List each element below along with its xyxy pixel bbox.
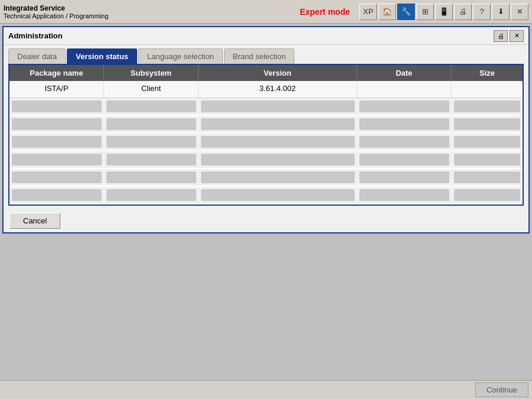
footer-bar: Continue	[0, 380, 532, 399]
col-size: Size	[452, 65, 523, 81]
col-date: Date	[357, 65, 452, 81]
main-window: Administration 🖨 ✕ Dealer data Version s…	[2, 26, 530, 233]
empty-cell	[12, 100, 102, 112]
title-bar: Integrated Service Technical Application…	[0, 0, 532, 24]
empty-cell	[359, 136, 449, 148]
toolbar-grid-btn[interactable]: ⊞	[416, 4, 434, 20]
empty-cell	[454, 118, 520, 130]
empty-cell	[106, 189, 196, 201]
col-version: Version	[199, 65, 357, 81]
window-titlebar: Administration 🖨 ✕	[4, 27, 528, 45]
expert-mode-label: Expert mode	[300, 7, 350, 17]
tab-language-selection[interactable]: Language selection	[138, 48, 223, 64]
empty-cell	[12, 154, 102, 166]
empty-cell	[106, 154, 196, 166]
toolbar-close-btn[interactable]: ✕	[511, 4, 528, 20]
empty-cell	[201, 136, 355, 148]
window-close-btn[interactable]: ✕	[510, 30, 524, 42]
empty-cell	[201, 189, 355, 201]
empty-cell	[12, 118, 102, 130]
empty-cell	[359, 100, 449, 112]
cell-package-name: ISTA/P	[9, 81, 104, 98]
empty-row-2	[9, 116, 523, 134]
tab-dealer-data[interactable]: Dealer data	[8, 48, 66, 64]
empty-cell	[359, 189, 449, 201]
empty-row-3	[9, 134, 523, 151]
empty-row-4	[9, 151, 523, 169]
app-title: Integrated Service Technical Application…	[4, 4, 290, 20]
empty-cell	[201, 118, 355, 130]
cell-subsystem: Client	[104, 81, 199, 98]
empty-cell	[359, 171, 449, 183]
toolbar-download-btn[interactable]: ⬇	[492, 4, 510, 20]
col-subsystem: Subsystem	[104, 65, 199, 81]
table-header: Package name Subsystem Version Date Size	[9, 65, 523, 81]
toolbar-mobile-btn[interactable]: 📱	[435, 4, 453, 20]
cell-date	[357, 81, 452, 98]
cancel-button[interactable]: Cancel	[9, 213, 60, 229]
bottom-area: Cancel	[4, 209, 528, 232]
empty-cell	[454, 154, 520, 166]
empty-cell	[106, 118, 196, 130]
empty-cell	[359, 118, 449, 130]
empty-cell	[454, 171, 520, 183]
toolbar-xp-btn[interactable]: XP	[359, 4, 377, 20]
version-table: Package name Subsystem Version Date Size…	[8, 64, 524, 206]
toolbar-print-btn[interactable]: 🖨	[454, 4, 472, 20]
cell-version: 3.61.4.002	[199, 81, 357, 98]
tab-version-status[interactable]: Version status	[67, 48, 137, 64]
tab-brand-selection[interactable]: Brand selection	[224, 48, 295, 64]
empty-cell	[12, 189, 102, 201]
window-print-btn[interactable]: 🖨	[494, 30, 508, 42]
table-row: ISTA/P Client 3.61.4.002	[9, 81, 523, 98]
empty-cell	[201, 100, 355, 112]
empty-row-6	[9, 187, 523, 205]
toolbar-icons: XP 🏠 🔧 ⊞ 📱 🖨 ? ⬇ ✕	[359, 4, 528, 20]
toolbar-home-btn[interactable]: 🏠	[378, 4, 396, 20]
empty-cell	[106, 171, 196, 183]
col-package-name: Package name	[9, 65, 104, 81]
toolbar-wrench-btn[interactable]: 🔧	[397, 4, 415, 20]
continue-button[interactable]: Continue	[475, 382, 528, 397]
empty-cell	[12, 136, 102, 148]
empty-row-1	[9, 98, 523, 116]
empty-cell	[201, 171, 355, 183]
empty-cell	[106, 136, 196, 148]
empty-cell	[106, 100, 196, 112]
empty-cell	[454, 189, 520, 201]
window-controls: 🖨 ✕	[494, 30, 524, 42]
app-title-line1: Integrated Service	[4, 4, 290, 12]
app-title-line2: Technical Application / Programming	[4, 12, 290, 20]
empty-cell	[454, 136, 520, 148]
empty-cell	[12, 171, 102, 183]
empty-cell	[359, 154, 449, 166]
empty-cell	[201, 154, 355, 166]
toolbar-help-btn[interactable]: ?	[473, 4, 491, 20]
cell-size	[452, 81, 523, 98]
tabs-container: Dealer data Version status Language sele…	[4, 45, 528, 64]
window-title: Administration	[8, 31, 63, 40]
empty-row-5	[9, 169, 523, 187]
empty-cell	[454, 100, 520, 112]
